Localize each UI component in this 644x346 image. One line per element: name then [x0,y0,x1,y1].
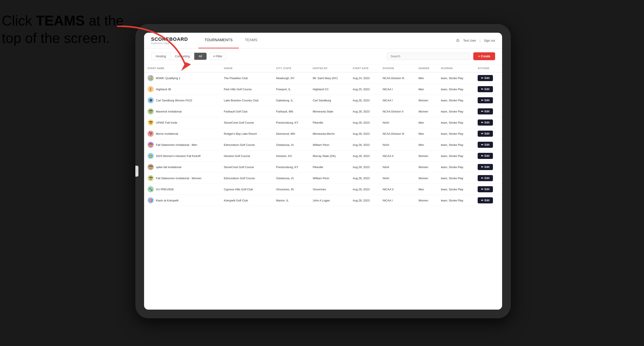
cell-venue: StoneCrest Golf Course [220,162,272,173]
cell-gender: Women [415,195,438,206]
cell-scoring: team, Stroke Play [438,84,474,95]
cell-event-name: 🦅 Morris Invitational [144,128,220,139]
table-row: 🏌️ Highland 36 Park Hills Golf Course Fr… [144,84,502,95]
table-row: 🤠 Fall Statesmen Invitational - Women Ed… [144,173,502,184]
event-name-text: Highland 36 [156,88,171,91]
cell-gender: Men [415,184,438,195]
event-name-text: VU PREVIEW [156,188,174,191]
event-name-text: 2023 Women's Hesston Fall Kickoff [156,154,200,158]
cell-hosted-by: William Penn [309,173,349,184]
toolbar: Hosting Competing All ≡ Filter + Create [144,48,502,64]
edit-button[interactable]: ✏ Edit [478,164,493,170]
cell-city-state: Hesston, KS [273,151,309,162]
filter-icon-button[interactable]: ≡ Filter [209,52,226,60]
cell-start-date: Aug 24, 2023 [349,72,379,84]
col-scoring: SCORING [438,64,474,72]
filter-all-button[interactable]: All [194,53,206,60]
search-input[interactable] [387,52,470,60]
table-container: EVENT NAME VENUE CITY, STATE HOSTED BY S… [144,64,502,310]
event-icon: 🤠 [148,120,154,126]
edit-button[interactable]: ✏ Edit [478,175,493,181]
event-icon: 🐾 [148,186,154,192]
cell-actions: ✏ Edit [474,151,502,162]
cell-gender: Men [415,117,438,128]
pencil-icon: ✏ [481,77,483,80]
cell-venue: The Powelton Club [220,72,272,84]
edit-button[interactable]: ✏ Edit [478,120,493,126]
event-icon: ⛳ [148,75,154,81]
cell-actions: ✏ Edit [474,106,502,117]
cell-venue: Kokopelli Golf Club [220,195,272,206]
cell-scoring: team, Stroke Play [438,117,474,128]
table-row: 🐾 VU PREVIEW Cypress Hills Golf Club Vin… [144,184,502,195]
cell-event-name: 🤠 Fall Statesmen Invitational - Men [144,139,220,151]
cell-start-date: Aug 28, 2023 [349,151,379,162]
cell-actions: ✏ Edit [474,139,502,151]
filter-hosting-button[interactable]: Hosting [151,53,170,60]
logo-sub: Powered by Clippit [151,42,188,44]
table-row: 🤠 upike fall invitational StoneCrest Gol… [144,162,502,173]
cell-scoring: team, Stroke Play [438,173,474,184]
pencil-icon: ✏ [481,99,483,102]
edit-button[interactable]: ✏ Edit [478,75,493,81]
cell-event-name: 🐾 VU PREVIEW [144,184,220,195]
col-city-state: CITY, STATE [273,64,309,72]
event-icon: 🏫 [148,153,154,159]
cell-gender: Women [415,173,438,184]
create-button[interactable]: + Create [473,52,495,60]
nav-signout[interactable]: Sign out [484,39,495,42]
instruction-line2: at the [89,13,124,28]
gear-icon[interactable]: ⚙ [456,38,460,43]
cell-gender: Women [415,106,438,117]
table-row: 🤠 Maverick Invitational Faribault Golf C… [144,106,502,117]
cell-venue: Faribault Golf Club [220,106,272,117]
event-icon: 🤠 [148,164,154,170]
table-row: 🦅 Morris Invitational Ruttger's Bay Lake… [144,128,502,139]
cell-start-date: Aug 28, 2023 [349,139,379,151]
cell-actions: ✏ Edit [474,117,502,128]
cell-event-name: 🏫 2023 Women's Hesston Fall Kickoff [144,151,220,162]
nav-bar: SCOREBOARD Powered by Clippit TOURNAMENT… [144,33,502,48]
instruction-text: Click TEAMS at the top of the screen. [2,12,124,47]
cell-division: NCAA Division III [379,72,415,84]
cell-city-state: Oskaloosa, IA [273,139,309,151]
edit-button[interactable]: ✏ Edit [478,153,493,159]
pencil-icon: ✏ [481,88,483,91]
event-name-text: UPIKE Fall Invite [156,121,177,124]
cell-actions: ✏ Edit [474,84,502,95]
cell-venue: StoneCrest Golf Course [220,117,272,128]
cell-scoring: team, Stroke Play [438,184,474,195]
cell-division: NCAA Division II [379,106,415,117]
cell-hosted-by: John A Logan [309,195,349,206]
cell-start-date: Aug 28, 2023 [349,195,379,206]
pencil-icon: ✏ [481,199,483,202]
cell-scoring: team, Stroke Play [438,139,474,151]
cell-actions: ✏ Edit [474,162,502,173]
edit-button[interactable]: ✏ Edit [478,186,493,192]
edit-button[interactable]: ✏ Edit [478,86,493,92]
pencil-icon: ✏ [481,188,483,191]
pencil-icon: ✏ [481,166,483,169]
cell-actions: ✏ Edit [474,184,502,195]
pencil-icon: ✏ [481,143,483,146]
table-row: 🤠 UPIKE Fall Invite StoneCrest Golf Cour… [144,117,502,128]
filter-competing-button[interactable]: Competing [170,53,194,60]
cell-event-name: 🎓 Carl Sandburg Women FA23 [144,95,220,106]
cell-start-date: Aug 28, 2023 [349,162,379,173]
event-name-text: Morris Invitational [156,132,178,135]
tab-tournaments[interactable]: TOURNAMENTS [198,33,239,48]
edit-button[interactable]: ✏ Edit [478,131,493,137]
col-actions: ACTIONS [474,64,502,72]
cell-gender: Women [415,95,438,106]
tab-teams[interactable]: TEAMS [239,33,264,48]
edit-button[interactable]: ✏ Edit [478,97,493,103]
edit-button[interactable]: ✏ Edit [478,142,493,148]
cell-division: NICAA I [379,195,415,206]
event-name-text: Maverick Invitational [156,110,182,113]
cell-event-name: 🤠 upike fall invitational [144,162,220,173]
event-icon: 🏌️ [148,86,154,92]
edit-button[interactable]: ✏ Edit [478,197,493,203]
cell-division: NAIA [379,173,415,184]
edit-button[interactable]: ✏ Edit [478,108,493,115]
cell-city-state: Marion, IL [273,195,309,206]
